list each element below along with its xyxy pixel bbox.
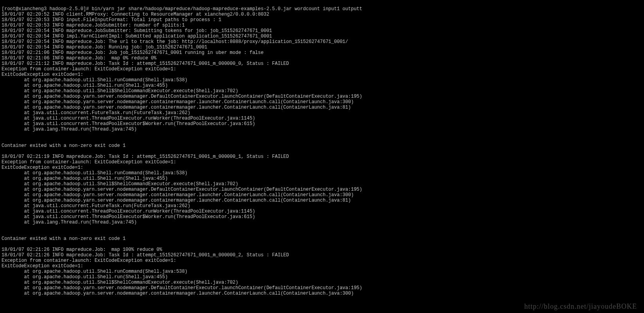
watermark-text: http://blog.csdn.net/jiayoudeBOKE: [524, 304, 637, 309]
log-lines: 18/01/07 02:20:52 INFO client.RMProxy: C…: [2, 12, 642, 296]
shell-prompt-line: [root@xiancheng3 hadoop-2.5.0]# bin/yarn…: [2, 6, 362, 12]
terminal-output[interactable]: [root@xiancheng3 hadoop-2.5.0]# bin/yarn…: [0, 0, 644, 302]
